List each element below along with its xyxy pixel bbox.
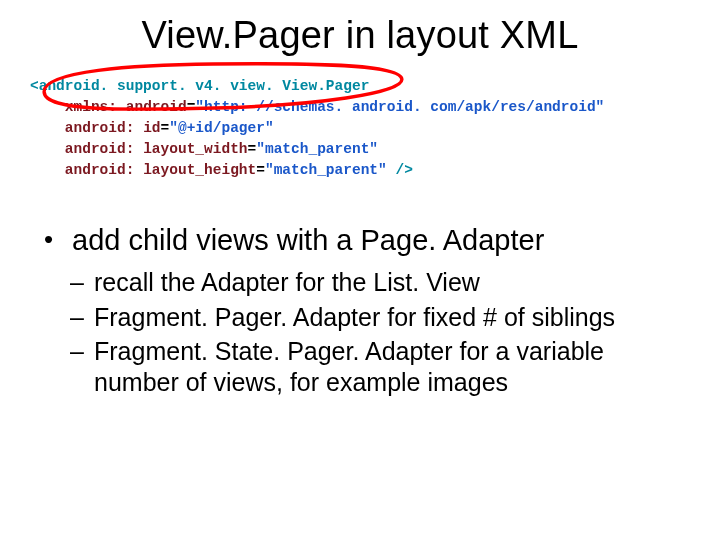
- slide: View.Pager in layout XML <android. suppo…: [0, 0, 720, 540]
- equals-sign: =: [256, 162, 265, 178]
- equals-sign: =: [248, 141, 257, 157]
- xml-val-xmlns: "http: //schemas. android. com/apk/res/a…: [195, 99, 604, 115]
- xml-val-width: "match_parent": [256, 141, 378, 157]
- xml-attr-id: android: id: [65, 120, 161, 136]
- xml-tag-close: />: [387, 162, 413, 178]
- xml-attr-height: android: layout_height: [65, 162, 256, 178]
- bullet-level2: Fragment. Pager. Adapter for fixed # of …: [70, 302, 654, 333]
- xml-code-snippet: <android. support. v4. view. View.Pager …: [30, 76, 690, 181]
- xml-attr-width: android: layout_width: [65, 141, 248, 157]
- xml-tag-open: <android. support. v4. view. View.Pager: [30, 78, 369, 94]
- bullet-list: add child views with a Page. Adapter rec…: [44, 224, 674, 401]
- bullet-level1: add child views with a Page. Adapter: [44, 224, 674, 257]
- equals-sign: =: [161, 120, 170, 136]
- xml-attr-xmlns: xmlns: android: [65, 99, 187, 115]
- slide-title: View.Pager in layout XML: [0, 14, 720, 57]
- bullet-level2: recall the Adapter for the List. View: [70, 267, 654, 298]
- xml-val-height: "match_parent": [265, 162, 387, 178]
- xml-val-id: "@+id/pager": [169, 120, 273, 136]
- bullet-level2: Fragment. State. Pager. Adapter for a va…: [70, 336, 654, 397]
